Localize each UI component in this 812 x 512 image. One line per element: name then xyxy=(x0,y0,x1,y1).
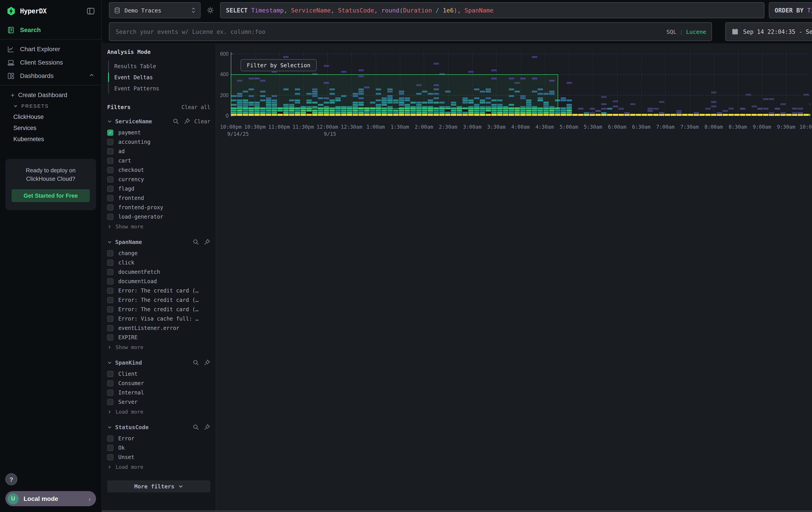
sql-select-input[interactable]: SELECT Timestamp, ServiceName, StatusCod… xyxy=(220,2,764,18)
pin-icon[interactable] xyxy=(204,424,210,431)
sidebar-item-search[interactable]: Search xyxy=(0,23,102,36)
filter-option-checkout[interactable]: checkout xyxy=(107,165,210,174)
filter-option-error-visa-cache-full-[interactable]: Error: Visa cache full: … xyxy=(107,314,210,323)
checkbox[interactable] xyxy=(107,176,113,182)
filter-option-click[interactable]: click xyxy=(107,258,210,267)
lucene-mode-toggle[interactable]: Lucene xyxy=(686,28,706,35)
filter-by-selection-button[interactable]: Filter by Selection xyxy=(240,59,317,71)
checkbox[interactable] xyxy=(107,278,113,284)
checkbox[interactable] xyxy=(107,435,113,441)
filter-group-header-spankind[interactable]: SpanKind xyxy=(107,359,210,366)
filter-option-internal[interactable]: Internal xyxy=(107,388,210,397)
sidebar-item-preset-services[interactable]: Services xyxy=(0,123,102,134)
filter-option-error-the-credit-card-[interactable]: Error: The credit card (… xyxy=(107,295,210,304)
show-more-button[interactable]: Load more xyxy=(107,463,210,471)
pin-icon[interactable] xyxy=(204,239,210,245)
source-select[interactable]: Demo Traces xyxy=(109,2,201,18)
sidebar-collapse-icon[interactable] xyxy=(86,7,95,16)
sidebar-item-preset-kubernetes[interactable]: Kubernetes xyxy=(0,134,102,145)
filter-option-expire[interactable]: EXPIRE xyxy=(107,332,210,342)
sidebar-item-chart-explorer[interactable]: Chart Explorer xyxy=(0,42,102,56)
filter-option-eventlistener-error[interactable]: eventListener.error xyxy=(107,323,210,332)
filter-option-unset[interactable]: Unset xyxy=(107,452,210,462)
checkbox[interactable] xyxy=(107,250,113,256)
checkbox[interactable] xyxy=(107,287,113,294)
filter-option-consumer[interactable]: Consumer xyxy=(107,378,210,388)
sql-mode-toggle[interactable]: SQL xyxy=(666,28,676,35)
filter-option-error-the-credit-card-[interactable]: Error: The credit card (… xyxy=(107,286,210,295)
filter-option-change[interactable]: change xyxy=(107,248,210,258)
checkbox[interactable] xyxy=(107,259,113,266)
filter-option-payment[interactable]: ✓payment xyxy=(107,128,210,137)
checkbox[interactable] xyxy=(107,297,113,303)
checkbox[interactable] xyxy=(107,389,113,396)
sidebar-item-client-sessions[interactable]: Client Sessions xyxy=(0,56,102,69)
checkbox[interactable] xyxy=(107,204,113,210)
get-started-button[interactable]: Get Started for Free xyxy=(11,189,90,202)
sidebar-item-dashboards[interactable]: Dashboards xyxy=(0,69,102,82)
help-button[interactable]: ? xyxy=(5,473,17,485)
clear-all-button[interactable]: Clear all xyxy=(181,104,210,110)
show-more-button[interactable]: Show more xyxy=(107,222,210,231)
filter-option-accounting[interactable]: accounting xyxy=(107,137,210,146)
filter-option-client[interactable]: Client xyxy=(107,369,210,378)
clear-filter-button[interactable]: Clear xyxy=(194,118,210,125)
filter-group-header-servicename[interactable]: ServiceNameClear xyxy=(107,118,210,125)
filter-option-frontend[interactable]: frontend xyxy=(107,193,210,203)
filter-option-cart[interactable]: cart xyxy=(107,156,210,165)
checkbox[interactable] xyxy=(107,269,113,275)
filter-option-flagd[interactable]: flagd xyxy=(107,184,210,193)
checkbox[interactable] xyxy=(107,334,113,340)
checkbox[interactable] xyxy=(107,185,113,192)
order-by-input[interactable]: ORDER BY Timestamp DESC xyxy=(769,2,812,18)
checkbox[interactable] xyxy=(107,195,113,201)
date-range-picker[interactable]: Sep 14 22:04:35 - Sep 15 10:04:35 xyxy=(725,22,812,41)
analysis-mode-results-table[interactable]: Results Table xyxy=(109,60,210,72)
filter-option-error-the-credit-card-[interactable]: Error: The credit card (… xyxy=(107,304,210,314)
search-input[interactable] xyxy=(115,28,666,35)
checkbox[interactable] xyxy=(107,325,113,331)
filter-option-frontend-proxy[interactable]: frontend-proxy xyxy=(107,203,210,212)
checkbox[interactable] xyxy=(107,454,113,460)
filter-option-documentload[interactable]: documentLoad xyxy=(107,276,210,286)
pin-icon[interactable] xyxy=(184,118,190,125)
filter-option-error[interactable]: Error xyxy=(107,434,210,443)
checkbox[interactable] xyxy=(107,371,113,377)
more-filters-button[interactable]: More filters xyxy=(107,480,210,492)
filter-group-header-spanname[interactable]: SpanName xyxy=(107,239,210,245)
search-icon[interactable] xyxy=(173,118,179,125)
filter-option-ok[interactable]: Ok xyxy=(107,443,210,452)
show-more-button[interactable]: Show more xyxy=(107,343,210,352)
checkbox[interactable] xyxy=(107,157,113,164)
checkbox[interactable] xyxy=(107,380,113,386)
search-icon[interactable] xyxy=(193,359,199,366)
filter-option-load-generator[interactable]: load-generator xyxy=(107,212,210,221)
checkbox-checked[interactable]: ✓ xyxy=(107,129,113,136)
search-icon[interactable] xyxy=(193,239,199,245)
horizontal-scrollbar[interactable] xyxy=(102,510,812,512)
checkbox[interactable] xyxy=(107,148,113,154)
checkbox[interactable] xyxy=(107,316,113,322)
checkbox[interactable] xyxy=(107,167,113,173)
filter-option-currency[interactable]: currency xyxy=(107,174,210,184)
search-icon[interactable] xyxy=(193,424,199,431)
filter-group-header-statuscode[interactable]: StatusCode xyxy=(107,424,210,431)
sidebar-item-preset-clickhouse[interactable]: ClickHouse xyxy=(0,111,102,123)
analysis-mode-event-deltas[interactable]: Event Deltas xyxy=(109,72,210,83)
filter-option-documentfetch[interactable]: documentFetch xyxy=(107,267,210,276)
presets-toggle[interactable]: PRESETS xyxy=(0,101,102,111)
checkbox[interactable] xyxy=(107,139,113,145)
user-menu[interactable]: U Local mode › xyxy=(5,491,96,506)
filter-option-ad[interactable]: ad xyxy=(107,146,210,156)
analysis-mode-event-patterns[interactable]: Event Patterns xyxy=(109,83,210,94)
pin-icon[interactable] xyxy=(204,359,210,366)
selection-region[interactable] xyxy=(231,74,558,109)
checkbox[interactable] xyxy=(107,444,113,451)
checkbox[interactable] xyxy=(107,399,113,405)
checkbox[interactable] xyxy=(107,306,113,312)
create-dashboard-button[interactable]: + Create Dashboard xyxy=(0,89,102,101)
show-more-button[interactable]: Load more xyxy=(107,407,210,416)
gear-icon[interactable] xyxy=(206,6,215,15)
checkbox[interactable] xyxy=(107,214,113,220)
filter-option-server[interactable]: Server xyxy=(107,397,210,406)
